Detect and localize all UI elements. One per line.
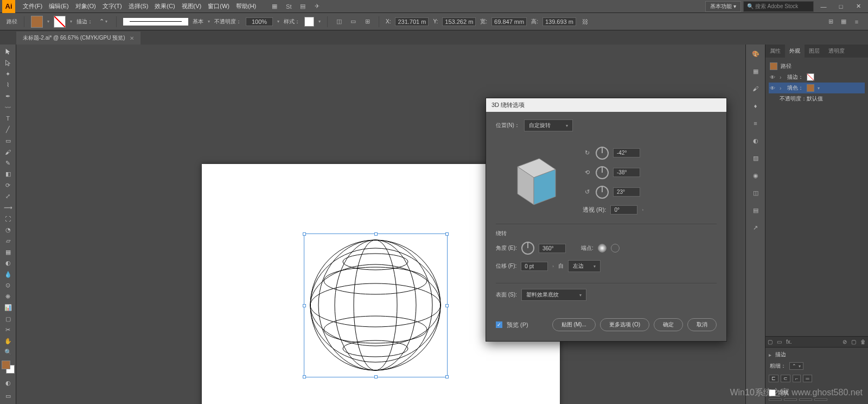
angle-value[interactable]: 360° [539, 244, 566, 253]
chevron-icon[interactable]: › [780, 85, 784, 91]
visibility-icon[interactable]: 👁 [770, 74, 776, 80]
new-art-icon[interactable]: ▢ [768, 339, 773, 345]
snap-icon[interactable]: ▦ [839, 17, 848, 27]
add-effect-icon[interactable]: fx. [786, 339, 792, 345]
artboard-tool[interactable]: ▢ [1, 314, 15, 324]
transform-icon[interactable]: ⊞ [362, 17, 372, 27]
new-stroke-icon[interactable]: ▭ [777, 339, 782, 345]
gradient-panel-icon[interactable]: ◐ [750, 135, 762, 147]
from-dropdown[interactable]: 左边▾ [568, 260, 601, 272]
menu-view[interactable]: 视图(V) [178, 2, 205, 10]
appearance-path-row[interactable]: 路径 [769, 61, 865, 72]
transparency-panel-icon[interactable]: ▨ [750, 152, 762, 164]
bridge-icon[interactable]: ▦ [270, 2, 279, 11]
window-minimize[interactable]: — [818, 3, 829, 10]
link-wh-icon[interactable]: ⛓ [580, 17, 590, 27]
chevron-icon[interactable]: › [780, 74, 784, 80]
document-tab[interactable]: 未标题-2.ai* @ 66.67% (CMYK/GPU 预览) ✕ [16, 31, 141, 45]
menu-edit[interactable]: 编辑(E) [46, 2, 72, 10]
appearance-opacity-row[interactable]: 👁 不透明度：默认值 [769, 93, 865, 104]
eraser-tool[interactable]: ◧ [1, 169, 15, 180]
gap-field-2[interactable] [814, 399, 827, 401]
clear-icon[interactable]: ⊘ [843, 339, 847, 345]
stroke-weight-field[interactable]: ⌃ ▾ [789, 362, 803, 370]
y-value[interactable]: 153.262 m [442, 17, 476, 26]
fill-row-swatch[interactable] [807, 84, 814, 92]
shape-builder-tool[interactable]: ◔ [1, 225, 15, 235]
menu-effect[interactable]: 效果(C) [151, 2, 178, 10]
perspective-value[interactable]: 0° [610, 205, 637, 214]
screen-mode-icon[interactable]: ▭ [1, 390, 15, 402]
symbols-panel-icon[interactable]: ♦ [750, 100, 762, 112]
pen-tool[interactable]: ✒ [1, 91, 15, 102]
x-value[interactable]: 231.701 m [395, 17, 429, 26]
stroke-weight-dropdown[interactable]: ⌃ ▾ [97, 17, 110, 26]
lasso-tool[interactable]: ⌇ [1, 80, 15, 91]
perspective-tool[interactable]: ▱ [1, 236, 15, 247]
shape-icon[interactable]: ▭ [348, 17, 358, 27]
angle-dial[interactable] [521, 242, 534, 255]
rotate-z-dial[interactable] [596, 186, 609, 199]
trash-icon[interactable]: 🗑 [860, 339, 866, 345]
magic-wand-tool[interactable]: ✦ [1, 69, 15, 79]
cancel-button[interactable]: 取消 [687, 318, 717, 331]
appearance-panel-icon[interactable]: ◉ [750, 169, 762, 181]
stroke-cap-butt[interactable]: ⊏ [769, 375, 778, 382]
color-mode-icon[interactable]: ◐ [1, 377, 15, 389]
w-value[interactable]: 69.847 mm [492, 17, 527, 26]
preview-checkbox[interactable]: ✓ [496, 321, 502, 328]
rotate-x-value[interactable]: -42° [613, 148, 640, 157]
tab-layers[interactable]: 图层 [805, 45, 824, 58]
fill-swatch[interactable] [31, 16, 43, 28]
offset-value[interactable]: 0 pt [521, 262, 548, 271]
appearance-fill-row[interactable]: 👁 › 填色： ▾ [769, 83, 865, 93]
rotation-cube-preview[interactable] [496, 142, 572, 218]
line-tool[interactable]: ╱ [1, 125, 15, 135]
close-tab-icon[interactable]: ✕ [130, 35, 134, 41]
hand-tool[interactable]: ✋ [1, 336, 15, 346]
symbol-sprayer-tool[interactable]: ❋ [1, 292, 15, 302]
duplicate-icon[interactable]: ▢ [851, 339, 856, 345]
dash-checkbox[interactable] [769, 389, 776, 396]
eyedropper-tool[interactable]: 💧 [1, 269, 15, 280]
align-icon[interactable]: ◫ [334, 17, 344, 27]
rotate-x-dial[interactable] [596, 147, 609, 160]
menu-window[interactable]: 窗口(W) [205, 2, 233, 10]
rotate-tool[interactable]: ⟳ [1, 180, 15, 191]
swatches-panel-icon[interactable]: ▦ [750, 65, 762, 77]
mesh-tool[interactable]: ▦ [1, 247, 15, 257]
stroke-swatch[interactable] [54, 16, 66, 28]
arrange-icon[interactable]: ▤ [298, 2, 307, 11]
cap-on-icon[interactable] [598, 244, 607, 252]
pencil-tool[interactable]: ✎ [1, 158, 15, 168]
color-panel-icon[interactable]: 🎨 [750, 48, 762, 60]
rotate-y-value[interactable]: -38° [613, 168, 640, 177]
menu-help[interactable]: 帮助(H) [233, 2, 259, 10]
dash-field[interactable] [769, 399, 782, 401]
stroke-row-swatch[interactable] [807, 73, 814, 81]
menu-object[interactable]: 对象(O) [72, 2, 99, 10]
cap-off-icon[interactable] [611, 244, 620, 252]
dash-field-2[interactable] [799, 399, 812, 401]
opacity-value[interactable]: 100% [246, 17, 273, 26]
zoom-tool[interactable]: 🔍 [1, 348, 15, 358]
stroke-align[interactable]: ═ [803, 375, 812, 382]
free-transform-tool[interactable]: ⛶ [1, 214, 15, 224]
menu-select[interactable]: 选择(S) [125, 2, 152, 10]
gpu-icon[interactable]: ✈ [312, 2, 321, 11]
rectangle-tool[interactable]: ▭ [1, 136, 15, 146]
graphic-styles-panel-icon[interactable]: ◫ [750, 187, 762, 199]
blend-tool[interactable]: ⊙ [1, 281, 15, 291]
position-dropdown[interactable]: 自定旋转▾ [524, 119, 573, 131]
selection-tool[interactable] [1, 47, 15, 57]
brushes-panel-icon[interactable]: 🖌 [750, 83, 762, 94]
rotate-y-dial[interactable] [596, 166, 609, 179]
stroke-cap-round[interactable]: ⊂ [781, 375, 790, 382]
appearance-stroke-row[interactable]: 👁 › 描边： [769, 72, 865, 83]
window-close[interactable]: ✕ [853, 3, 864, 10]
curvature-tool[interactable]: 〰 [1, 103, 15, 113]
asset-export-panel-icon[interactable]: ↗ [750, 222, 762, 233]
menu-type[interactable]: 文字(T) [99, 2, 125, 10]
panel-menu-icon[interactable]: ≡ [852, 17, 861, 27]
rotate-z-value[interactable]: 23° [613, 187, 640, 197]
